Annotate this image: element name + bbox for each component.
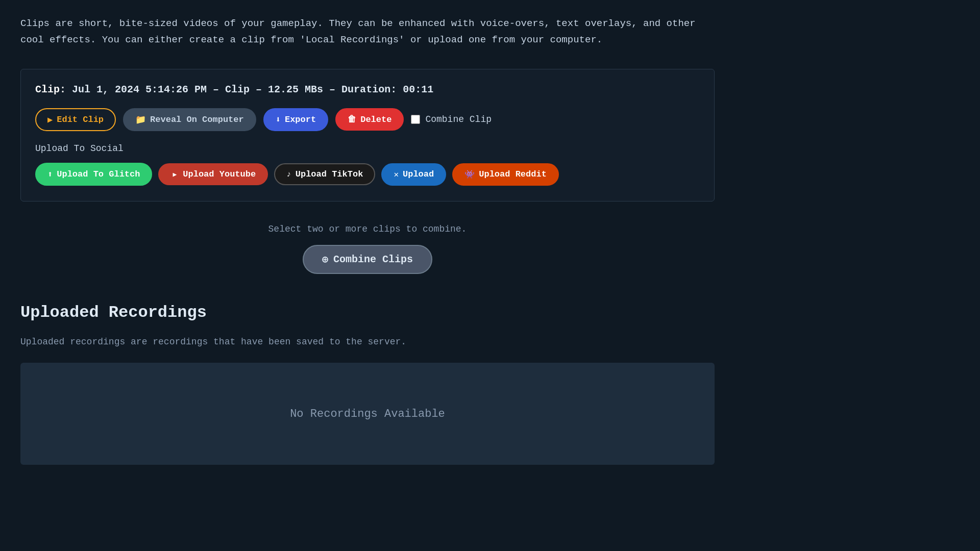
- reveal-on-computer-button[interactable]: 📁 Reveal On Computer: [123, 108, 256, 131]
- combine-icon: ⊕: [322, 253, 328, 266]
- recordings-box: No Recordings Available: [20, 363, 715, 465]
- upload-twitter-button[interactable]: ✕ Upload: [381, 163, 446, 186]
- combine-clip-text: Combine Clip: [425, 112, 492, 127]
- action-buttons-row: ▶ Edit Clip 📁 Reveal On Computer ⬇ Expor…: [35, 108, 700, 131]
- glitch-label: Upload To Glitch: [57, 169, 140, 179]
- upload-youtube-button[interactable]: ▶ Upload Youtube: [158, 163, 268, 185]
- folder-icon: 📁: [135, 114, 146, 125]
- combine-hint: Select two or more clips to combine.: [20, 222, 715, 237]
- clip-info: Clip: Jul 1, 2024 5:14:26 PM – Clip – 12…: [35, 82, 700, 98]
- combine-clips-button[interactable]: ⊕ Combine Clips: [303, 245, 432, 274]
- reddit-icon: 👾: [464, 169, 475, 180]
- clip-card: Clip: Jul 1, 2024 5:14:26 PM – Clip – 12…: [20, 69, 715, 202]
- export-button[interactable]: ⬇ Export: [263, 108, 328, 131]
- edit-clip-label: Edit Clip: [57, 115, 104, 124]
- social-buttons-row: ⬆ Upload To Glitch ▶ Upload Youtube ♪ Up…: [35, 163, 700, 186]
- upload-to-glitch-button[interactable]: ⬆ Upload To Glitch: [35, 163, 152, 186]
- upload-to-social-label: Upload To Social: [35, 141, 700, 156]
- glitch-upload-icon: ⬆: [47, 169, 53, 180]
- play-icon: ▶: [47, 114, 53, 125]
- reveal-label: Reveal On Computer: [150, 115, 244, 124]
- no-recordings-message: No Recordings Available: [290, 405, 445, 423]
- twitter-label: Upload: [403, 169, 434, 179]
- delete-button[interactable]: 🗑 Delete: [335, 108, 404, 131]
- uploaded-recordings-section: Uploaded Recordings Uploaded recordings …: [20, 299, 960, 465]
- export-label: Export: [285, 115, 316, 124]
- combine-clip-checkbox[interactable]: [411, 115, 420, 124]
- tiktok-icon: ♪: [286, 170, 291, 179]
- reddit-label: Upload Reddit: [479, 169, 547, 179]
- clip-label: Clip:: [35, 84, 66, 95]
- tiktok-label: Upload TikTok: [296, 169, 363, 179]
- upload-reddit-button[interactable]: 👾 Upload Reddit: [452, 163, 559, 186]
- twitter-icon: ✕: [394, 169, 399, 180]
- delete-label: Delete: [360, 115, 391, 124]
- download-icon: ⬇: [276, 114, 281, 125]
- combine-clips-label: Combine Clips: [333, 254, 413, 265]
- intro-text: Clips are short, bite-sized videos of yo…: [20, 15, 704, 48]
- edit-clip-button[interactable]: ▶ Edit Clip: [35, 108, 116, 131]
- upload-tiktok-button[interactable]: ♪ Upload TikTok: [274, 163, 375, 185]
- trash-icon: 🗑: [348, 114, 356, 124]
- youtube-icon: ▶: [170, 170, 179, 179]
- combine-section: Select two or more clips to combine. ⊕ C…: [20, 222, 715, 274]
- uploaded-recordings-title: Uploaded Recordings: [20, 299, 960, 325]
- clip-details: Jul 1, 2024 5:14:26 PM – Clip – 12.25 MB…: [72, 84, 433, 95]
- youtube-label: Upload Youtube: [183, 169, 256, 179]
- uploaded-recordings-desc: Uploaded recordings are recordings that …: [20, 335, 715, 349]
- combine-clip-checkbox-label[interactable]: Combine Clip: [411, 112, 492, 127]
